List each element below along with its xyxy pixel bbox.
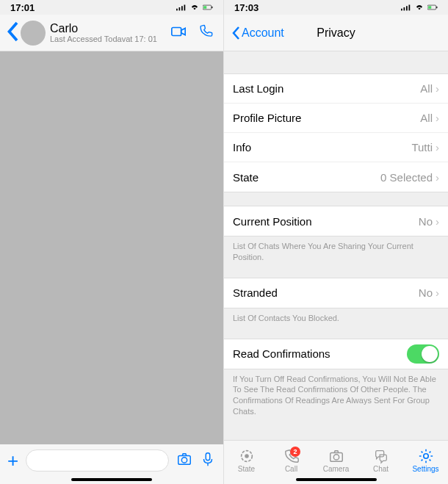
tab-label: Camera — [323, 465, 350, 473]
calls-badge: 2 — [290, 447, 300, 457]
row-label: Last Login — [233, 82, 283, 95]
tab-state[interactable]: State — [224, 448, 269, 473]
svg-rect-3 — [184, 5, 186, 11]
phone-icon — [198, 24, 214, 40]
tab-label: Call — [285, 465, 297, 473]
message-input[interactable] — [26, 449, 169, 472]
chat-title-area[interactable]: Carlo Last Accessed Todavat 17: 01 — [50, 22, 167, 44]
caption-position: List Of Chats Where You Are Sharing Your… — [224, 236, 448, 264]
gear-icon — [417, 448, 435, 464]
svg-point-19 — [245, 454, 249, 458]
camera-icon — [176, 451, 192, 467]
chat-body[interactable] — [0, 51, 223, 444]
row-last-login[interactable]: Last Login All› — [224, 74, 448, 104]
chat-icon — [372, 448, 390, 464]
chat-header: Carlo Last Accessed Todavat 17: 01 — [0, 15, 223, 51]
chevron-right-icon: › — [436, 141, 439, 153]
svg-rect-5 — [203, 6, 206, 9]
battery-icon — [203, 4, 213, 11]
svg-rect-10 — [206, 453, 210, 460]
settings-nav: Account Privacy — [224, 15, 448, 51]
section-visibility: Last Login All› Profile Picture All› Inf… — [224, 73, 448, 192]
tab-label: Chat — [373, 465, 389, 473]
status-time: 17:01 — [10, 2, 35, 13]
svg-rect-7 — [172, 27, 181, 35]
svg-rect-14 — [409, 5, 411, 11]
row-value: All — [420, 112, 433, 124]
video-icon — [170, 24, 187, 40]
voice-call-button[interactable] — [198, 24, 214, 43]
video-call-button[interactable] — [170, 24, 187, 43]
status-icons — [401, 4, 438, 11]
status-icons — [176, 4, 213, 11]
row-label: Read Confirmations — [233, 347, 330, 360]
wifi-icon — [189, 4, 200, 11]
privacy-settings-screen: 17:03 Account Privacy Last Login All› Pr… — [224, 0, 448, 484]
settings-body[interactable]: Last Login All› Profile Picture All› Inf… — [224, 51, 448, 440]
back-button[interactable] — [6, 21, 19, 46]
row-label: State — [233, 171, 259, 184]
section-read-confirmations: Read Confirmations — [224, 339, 448, 369]
chevron-right-icon: › — [436, 215, 439, 228]
tab-label: Settings — [412, 465, 438, 473]
tab-bar: State 2 Call Camera Chat Settings — [224, 440, 448, 484]
svg-rect-17 — [436, 7, 437, 8]
camera-button[interactable] — [176, 451, 192, 470]
section-position: Current Position No› — [224, 206, 448, 236]
avatar[interactable] — [21, 21, 46, 46]
section-blocked: Stranded No› — [224, 278, 448, 308]
svg-rect-0 — [176, 9, 178, 11]
home-indicator — [71, 478, 152, 481]
row-value: 0 Selected — [380, 171, 433, 184]
chevron-left-icon — [231, 26, 240, 40]
home-indicator — [296, 478, 377, 481]
tab-camera[interactable]: Camera — [314, 448, 358, 473]
svg-point-22 — [423, 453, 427, 458]
row-label: Profile Picture — [233, 112, 301, 124]
tab-calls[interactable]: 2 Call — [269, 448, 314, 473]
row-value: Tutti — [411, 141, 433, 153]
row-read-confirmations: Read Confirmations — [224, 339, 448, 369]
row-value: No — [419, 215, 433, 228]
chevron-left-icon — [6, 21, 19, 43]
row-label: Current Position — [233, 215, 312, 228]
svg-rect-6 — [212, 7, 212, 8]
svg-rect-13 — [406, 6, 408, 10]
row-blocked[interactable]: Stranded No› — [224, 278, 448, 308]
caption-read-confirmations: If You Turn Off Read Confirmations, You … — [224, 369, 448, 419]
status-time: 17:03 — [234, 2, 259, 13]
nav-back-button[interactable]: Account — [231, 26, 284, 40]
row-value: No — [419, 286, 433, 299]
svg-rect-12 — [404, 7, 405, 10]
chevron-right-icon: › — [436, 286, 439, 299]
status-icon — [238, 448, 256, 464]
svg-rect-2 — [181, 6, 183, 10]
read-confirmations-toggle[interactable] — [407, 344, 439, 364]
signal-icon — [176, 4, 187, 11]
camera-icon — [328, 448, 345, 464]
status-bar-left: 17:01 — [0, 0, 223, 15]
mic-icon — [200, 451, 216, 467]
chat-screen: 17:01 Carlo Last Accessed Todavat 17: 01… — [0, 0, 224, 484]
row-state[interactable]: State 0 Selected› — [224, 162, 448, 192]
row-label: Stranded — [233, 286, 278, 299]
row-current-position[interactable]: Current Position No› — [224, 206, 448, 236]
tab-settings[interactable]: Settings — [403, 448, 448, 473]
chevron-right-icon: › — [436, 82, 439, 95]
nav-title: Privacy — [317, 26, 355, 40]
signal-icon — [401, 4, 411, 11]
chat-title: Carlo — [50, 22, 167, 35]
chevron-right-icon: › — [436, 171, 439, 184]
svg-rect-1 — [179, 7, 181, 10]
attach-button[interactable]: + — [7, 449, 18, 472]
row-label: Info — [233, 141, 251, 153]
caption-blocked: List Of Contacts You Blocked. — [224, 308, 448, 325]
nav-back-label: Account — [242, 26, 284, 40]
row-info[interactable]: Info Tutti› — [224, 133, 448, 162]
chat-subtitle: Last Accessed Todavat 17: 01 — [50, 35, 167, 43]
mic-button[interactable] — [200, 451, 216, 470]
tab-chat[interactable]: Chat — [358, 448, 403, 473]
row-profile-picture[interactable]: Profile Picture All› — [224, 104, 448, 133]
status-bar-right: 17:03 — [224, 0, 448, 15]
tab-label: State — [238, 465, 255, 473]
